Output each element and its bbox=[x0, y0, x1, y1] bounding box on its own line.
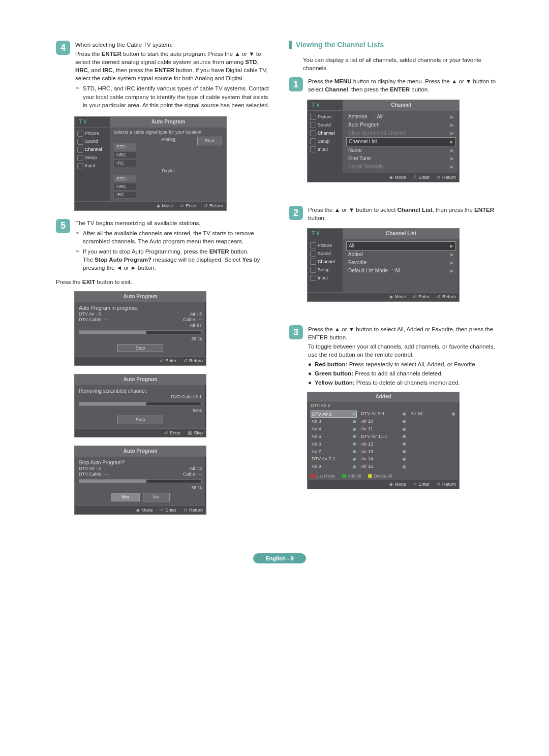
channel-cell[interactable]: Air 6 bbox=[311, 441, 357, 448]
stop-button[interactable]: Stop bbox=[117, 416, 163, 424]
text: Press to add all channels deleted. bbox=[353, 370, 443, 376]
option-hrc[interactable]: HRC bbox=[113, 183, 136, 191]
step-4: 4 When selecting the Cable TV system: Pr… bbox=[56, 41, 270, 111]
label-red: Red button: bbox=[315, 361, 348, 367]
step-number: 4 bbox=[56, 41, 70, 55]
menu-item[interactable]: Auto Program bbox=[348, 122, 380, 128]
text: The TV begins memorizing all available s… bbox=[75, 219, 270, 227]
menu-item-selected[interactable]: Channel List bbox=[349, 139, 377, 145]
sidebar-item: Channel bbox=[85, 147, 102, 152]
text: message will be displayed. Select bbox=[151, 257, 242, 263]
text-bold: Stop Auto Program? bbox=[95, 257, 151, 263]
channel-cell[interactable]: Air 10 bbox=[360, 418, 406, 425]
sidebar-item: Sound bbox=[85, 139, 98, 144]
footer-enter: ⏎Enter bbox=[413, 294, 430, 300]
channel-cell[interactable]: DTV Air 2 bbox=[311, 411, 357, 418]
channel-cell[interactable]: Air 11 bbox=[360, 426, 406, 433]
channel-icon bbox=[77, 147, 83, 153]
osd-added-list: Added DTV Air 2 DTV Air 2DTV Air 9-1Air … bbox=[307, 392, 460, 489]
picture-icon bbox=[77, 131, 83, 137]
label-green: Green button: bbox=[315, 370, 353, 376]
channel-cell[interactable]: DTV Air 9-1 bbox=[360, 411, 406, 418]
channel-icon bbox=[310, 130, 316, 136]
channel-cell[interactable]: Air 3 bbox=[311, 418, 357, 425]
sidebar-item: Picture bbox=[318, 114, 332, 120]
text: Press the bbox=[308, 78, 334, 84]
arrow-icon: ➣ bbox=[75, 229, 80, 237]
label-enter: ENTER bbox=[390, 86, 410, 92]
text: Press the bbox=[75, 51, 102, 57]
footer-enter: ⏎Enter bbox=[413, 175, 430, 180]
osd-title: Channel bbox=[343, 100, 459, 111]
footer-enter: ⏎Enter bbox=[160, 358, 176, 364]
text-bold: Yes bbox=[242, 257, 252, 263]
text: DVD Cable 3-1 bbox=[171, 394, 202, 400]
text: Air : 3 bbox=[190, 466, 202, 471]
menu-item[interactable]: Name bbox=[348, 147, 362, 153]
menu-value: : All bbox=[392, 268, 400, 273]
text: Air 67 bbox=[190, 323, 202, 328]
percent-label: 68% bbox=[193, 408, 202, 414]
osd-main: All▶ Added▶ Favorite▶ Default List Mode … bbox=[343, 239, 459, 292]
start-button[interactable]: Start bbox=[197, 137, 222, 145]
label-channel: Channel bbox=[325, 86, 348, 92]
channel-cell[interactable]: Air 13 bbox=[360, 449, 406, 456]
channel-cell[interactable]: Air 15 bbox=[360, 463, 406, 470]
option-std[interactable]: STD bbox=[113, 175, 136, 183]
label-enter: ENTER bbox=[209, 248, 229, 255]
channel-cell[interactable]: Air 5 bbox=[311, 433, 357, 440]
channel-cell[interactable]: Air 9 bbox=[311, 463, 357, 470]
text: Auto Program in progress. bbox=[79, 305, 202, 311]
option-irc[interactable]: IRC bbox=[113, 160, 136, 167]
text: DTV Cable : -- bbox=[79, 471, 108, 477]
footer-return: ↺Return bbox=[204, 203, 223, 209]
label-std: STD bbox=[245, 59, 257, 65]
channel-cell[interactable]: Air 4 bbox=[311, 426, 357, 433]
step-5: 5 The TV begins memorizing all available… bbox=[56, 219, 270, 274]
channel-cell bbox=[410, 418, 456, 425]
sidebar-item: Input bbox=[85, 163, 95, 169]
step-number: 5 bbox=[56, 219, 70, 233]
channel-cell bbox=[410, 426, 456, 433]
input-icon bbox=[310, 146, 316, 152]
osd-channel-menu: T V Channel Picture Sound Channel Setup … bbox=[307, 100, 460, 182]
legend-delete-all: Delete All bbox=[374, 474, 392, 479]
option-irc[interactable]: IRC bbox=[113, 191, 136, 199]
osd-tv-label: T V bbox=[75, 117, 110, 128]
arrow-icon: ➣ bbox=[75, 247, 80, 255]
text: If you want to stop Auto Programming, pr… bbox=[83, 248, 209, 255]
menu-item[interactable]: Default List Mode bbox=[348, 268, 388, 273]
yellow-dot-icon bbox=[368, 474, 372, 478]
text: Press the ▲ or ▼ button to select All, A… bbox=[308, 325, 503, 341]
channel-cell[interactable]: DTV Air 7-1 bbox=[311, 456, 357, 463]
no-button[interactable]: No bbox=[143, 493, 170, 501]
text: Cable : -- bbox=[183, 471, 202, 477]
menu-item-selected[interactable]: All bbox=[349, 243, 354, 249]
menu-item[interactable]: Antenna bbox=[348, 114, 367, 119]
channel-cell[interactable]: Air 16 bbox=[410, 411, 456, 418]
sidebar-item: Sound bbox=[318, 251, 331, 257]
menu-item[interactable]: Fine Tune bbox=[348, 155, 371, 162]
step-5-body: The TV begins memorizing all available s… bbox=[75, 219, 270, 274]
setup-icon bbox=[310, 267, 316, 273]
text: button to exit. bbox=[95, 279, 132, 285]
footer-enter: ⏎Enter bbox=[180, 203, 197, 209]
yes-button[interactable]: Yes bbox=[111, 493, 140, 501]
channel-cell[interactable]: Air 14 bbox=[360, 456, 406, 463]
setup-icon bbox=[310, 138, 316, 144]
picture-icon bbox=[310, 242, 316, 248]
percent-label: 68 % bbox=[191, 485, 202, 491]
menu-item[interactable]: Favorite bbox=[348, 260, 367, 266]
channel-cell[interactable]: Air 12 bbox=[360, 441, 406, 448]
footer-return: ↺Return bbox=[184, 508, 203, 513]
option-std[interactable]: STD bbox=[113, 143, 136, 151]
menu-item[interactable]: Added bbox=[348, 251, 363, 258]
stop-button[interactable]: Stop bbox=[117, 344, 163, 353]
channel-cell[interactable]: DTV Air 11-1 bbox=[360, 433, 406, 440]
option-hrc[interactable]: HRC bbox=[113, 151, 136, 159]
text: DTV Cable : -- bbox=[79, 317, 108, 323]
channel-cell[interactable]: Air 7 bbox=[311, 449, 357, 456]
text: The bbox=[83, 257, 95, 263]
label-channel-list: Channel List bbox=[398, 207, 433, 213]
text: Press the ▲ or ▼ button to select bbox=[308, 207, 398, 213]
